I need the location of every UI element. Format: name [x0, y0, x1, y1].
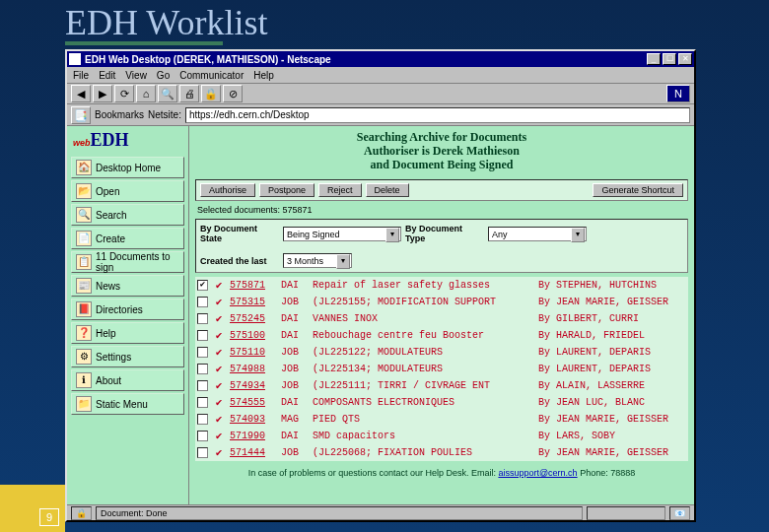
row-checkbox[interactable] — [197, 364, 208, 374]
sign-icon[interactable]: ✔ — [212, 379, 226, 392]
state-filter-label: By Document State — [200, 224, 279, 243]
doc-id-link[interactable]: 574988 — [230, 364, 277, 374]
edh-logo: webEDH — [67, 126, 188, 155]
sidebar-item-static-menu[interactable]: 📁Static Menu — [71, 393, 184, 415]
minimize-button[interactable]: _ — [647, 53, 661, 65]
row-checkbox[interactable] — [197, 447, 208, 458]
delete-button[interactable]: Delete — [366, 183, 409, 197]
created-dropdown[interactable]: 3 Months — [283, 253, 352, 268]
doc-author: By JEAN MARIE, GEISSER — [538, 297, 686, 307]
menu-go[interactable]: Go — [157, 70, 170, 81]
reject-button[interactable]: Reject — [318, 183, 362, 197]
url-input[interactable]: https://edh.cern.ch/Desktop — [185, 107, 690, 123]
doc-id-link[interactable]: 575110 — [230, 347, 277, 358]
sign-icon[interactable]: ✔ — [212, 296, 226, 308]
doc-description: (JL225068; FIXATION POULIES — [313, 447, 534, 458]
doc-author: By ALAIN, LASSERRE — [538, 380, 686, 391]
row-checkbox[interactable] — [197, 397, 208, 408]
menu-edit[interactable]: Edit — [99, 70, 115, 81]
doc-id-link[interactable]: 571444 — [230, 447, 277, 458]
nav-label: Settings — [96, 352, 131, 363]
table-row: ✔574093MAGPIED QTSBy JEAN MARIE, GEISSER — [195, 411, 688, 428]
bookmarks-label[interactable]: Bookmarks — [95, 109, 144, 120]
row-checkbox[interactable] — [197, 297, 208, 307]
sidebar-item-settings[interactable]: ⚙Settings — [71, 346, 184, 367]
stop-button[interactable]: ⊘ — [223, 85, 243, 102]
row-checkbox[interactable] — [197, 347, 208, 358]
support-email-link[interactable]: aissupport@cern.ch — [498, 468, 577, 478]
back-button[interactable]: ◀ — [71, 85, 91, 102]
row-checkbox[interactable] — [197, 414, 208, 425]
sidebar-item-search[interactable]: 🔍Search — [71, 204, 184, 226]
doc-id-link[interactable]: 574093 — [230, 414, 277, 425]
browser-window: EDH Web Desktop (DEREK, MATHIESON) - Net… — [65, 49, 696, 522]
search-button[interactable]: 🔍 — [158, 85, 177, 102]
sidebar-item-11-documents-to-sign[interactable]: 📋11 Documents to sign — [71, 251, 184, 273]
doc-id-link[interactable]: 571990 — [230, 431, 277, 441]
row-checkbox[interactable]: ✔ — [197, 280, 208, 291]
row-checkbox[interactable] — [197, 380, 208, 391]
type-dropdown[interactable]: Any — [488, 227, 587, 241]
menu-communicator[interactable]: Communicator — [179, 70, 244, 81]
doc-type: DAI — [281, 397, 309, 408]
sign-icon[interactable]: ✔ — [212, 279, 226, 292]
sidebar-item-directories[interactable]: 📕Directories — [71, 299, 184, 320]
bookmarks-icon[interactable]: 📑 — [71, 106, 91, 124]
doc-id-link[interactable]: 575315 — [230, 297, 277, 307]
menu-view[interactable]: View — [125, 70, 147, 81]
doc-description: Rebouchage centre feu Booster — [313, 330, 534, 341]
sidebar-item-desktop-home[interactable]: 🏠Desktop Home — [71, 157, 184, 178]
postpone-button[interactable]: Postpone — [259, 183, 315, 197]
sign-icon[interactable]: ✔ — [212, 329, 226, 342]
nav-label: 11 Documents to sign — [96, 251, 179, 273]
doc-id-link[interactable]: 575871 — [230, 280, 277, 291]
filter-row: By Document State Being Signed By Docume… — [195, 219, 688, 273]
table-row: ✔575245DAIVANNES INOXBy GILBERT, CURRI — [195, 310, 688, 327]
table-row: ✔575100DAIRebouchage centre feu BoosterB… — [195, 327, 688, 344]
doc-id-link[interactable]: 574555 — [230, 397, 277, 408]
table-row: ✔571990DAISMD capacitorsBy LARS, SOBY — [195, 428, 688, 444]
sidebar-item-open[interactable]: 📂Open — [71, 180, 184, 202]
sidebar-item-create[interactable]: 📄Create — [71, 228, 184, 249]
netsite-label: Netsite: — [148, 109, 181, 120]
nav-icon: ❓ — [76, 325, 92, 341]
sign-icon[interactable]: ✔ — [212, 413, 226, 426]
home-button[interactable]: ⌂ — [136, 85, 156, 102]
doc-id-link[interactable]: 574934 — [230, 380, 277, 391]
sidebar-item-news[interactable]: 📰News — [71, 275, 184, 297]
sign-icon[interactable]: ✔ — [212, 346, 226, 359]
forward-button[interactable]: ▶ — [93, 85, 112, 102]
sign-icon[interactable]: ✔ — [212, 396, 226, 409]
table-row: ✔574988JOB(JL225134; MODULATEURSBy LAURE… — [195, 361, 688, 377]
doc-id-link[interactable]: 575245 — [230, 313, 277, 324]
reload-button[interactable]: ⟳ — [114, 85, 134, 102]
row-checkbox[interactable] — [197, 330, 208, 341]
generate-shortcut-button[interactable]: Generate Shortcut — [593, 183, 683, 197]
menu-file[interactable]: File — [73, 70, 89, 81]
doc-id-link[interactable]: 575100 — [230, 330, 277, 341]
netscape-logo-icon: N — [666, 85, 690, 102]
doc-type: JOB — [281, 447, 309, 458]
authorise-button[interactable]: Authorise — [200, 183, 255, 197]
doc-type: DAI — [281, 313, 309, 324]
sidebar-item-about[interactable]: ℹAbout — [71, 369, 184, 391]
row-checkbox[interactable] — [197, 431, 208, 441]
doc-description: VANNES INOX — [313, 313, 534, 324]
sign-icon[interactable]: ✔ — [212, 446, 226, 459]
window-title: EDH Web Desktop (DEREK, MATHIESON) - Net… — [85, 54, 645, 65]
sign-icon[interactable]: ✔ — [212, 430, 226, 442]
menu-help[interactable]: Help — [253, 70, 274, 81]
security-button[interactable]: 🔒 — [201, 85, 221, 102]
state-dropdown[interactable]: Being Signed — [283, 227, 401, 241]
help-footer: In case of problems or questions contact… — [189, 465, 694, 481]
sign-icon[interactable]: ✔ — [212, 312, 226, 325]
row-checkbox[interactable] — [197, 313, 208, 324]
print-button[interactable]: 🖨 — [179, 85, 199, 102]
close-button[interactable]: ✕ — [678, 53, 692, 65]
table-row: ✔571444JOB(JL225068; FIXATION POULIESBy … — [195, 444, 688, 461]
sign-icon[interactable]: ✔ — [212, 363, 226, 375]
maximize-button[interactable]: ☐ — [663, 53, 676, 65]
sidebar-item-help[interactable]: ❓Help — [71, 322, 184, 344]
table-row: ✔575110JOB(JL225122; MODULATEURSBy LAURE… — [195, 344, 688, 361]
statusbar: 🔒 Document: Done 📧 — [67, 504, 694, 520]
